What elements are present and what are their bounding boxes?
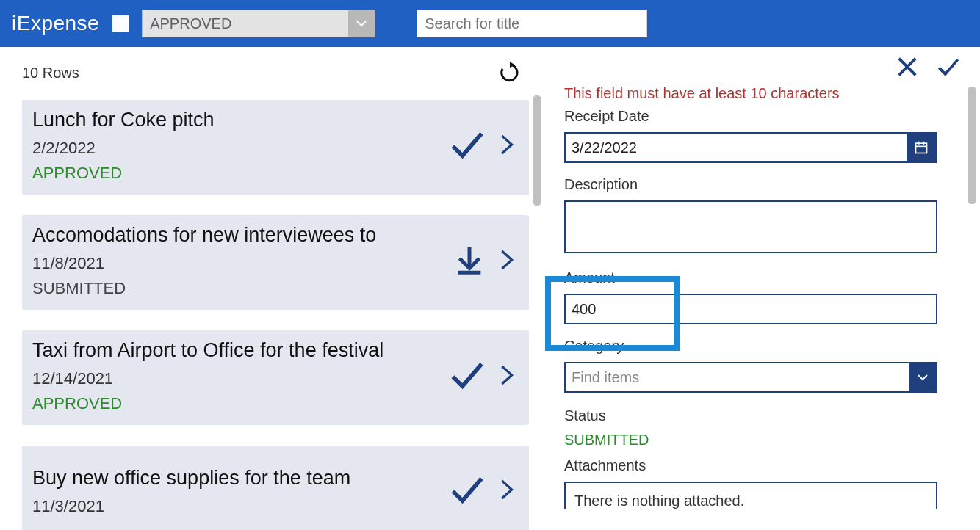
chevron-right-icon: [495, 357, 519, 393]
receipt-date-input[interactable]: 3/22/2022: [564, 132, 937, 163]
list-item-status: APPROVED: [32, 164, 215, 183]
chevron-down-icon: [355, 17, 368, 30]
list-item-date: 2/2/2022: [32, 139, 215, 158]
list-item-status: APPROVED: [32, 394, 383, 413]
label-receipt-date: Receipt Date: [564, 108, 961, 125]
list-item-actions: [453, 242, 519, 280]
approve-action-button[interactable]: [448, 356, 486, 397]
list-item-title: Accomodations for new interviewees to: [32, 224, 376, 247]
chevron-right-icon: [495, 242, 519, 277]
amount-input[interactable]: 400: [564, 294, 937, 324]
svg-rect-1: [916, 143, 927, 153]
close-icon: [895, 54, 920, 79]
list-item-title: Buy new office supplies for the team: [32, 467, 350, 490]
label-description: Description: [564, 176, 961, 193]
list-item-date: 11/8/2021: [32, 254, 376, 273]
check-icon: [936, 54, 961, 79]
refresh-button[interactable]: [497, 59, 523, 86]
filter-checkbox[interactable]: [112, 15, 129, 32]
label-status: Status: [564, 407, 961, 424]
list-item[interactable]: Lunch for Coke pitch2/2/2022APPROVED: [22, 100, 529, 195]
category-placeholder: Find items: [566, 369, 909, 386]
list-item-date: 11/3/2021: [32, 497, 350, 516]
app-name: iExpense: [12, 12, 99, 35]
status-filter-value: APPROVED: [150, 15, 231, 32]
top-bar: iExpense APPROVED: [0, 0, 980, 47]
attachments-text: There is nothing attached.: [574, 493, 744, 509]
check-icon: [448, 356, 486, 394]
list-item-title: Taxi from Airport to Office for the fest…: [32, 339, 383, 362]
chevron-right-icon: [495, 127, 519, 162]
status-value: SUBMITTED: [564, 432, 961, 449]
confirm-button[interactable]: [936, 54, 961, 82]
list-item[interactable]: Accomodations for new interviewees to11/…: [22, 215, 529, 310]
detail-scrollbar-thumb[interactable]: [968, 87, 976, 204]
submit-action-button[interactable]: [453, 243, 486, 280]
list-item-date: 12/14/2021: [32, 369, 383, 388]
content-split: 10 Rows Lunch for Coke pitch2/2/2022APPR…: [0, 47, 980, 530]
chevron-right-icon: [495, 472, 519, 507]
close-button[interactable]: [895, 54, 920, 82]
amount-value: 400: [572, 301, 596, 318]
approve-action-button[interactable]: [448, 126, 486, 167]
chevron-down-icon: [916, 371, 929, 384]
list-item-actions: [448, 126, 519, 167]
description-input[interactable]: [564, 200, 937, 253]
calendar-icon: [914, 140, 929, 155]
list-item-actions: [448, 471, 519, 512]
status-filter-select[interactable]: APPROVED: [142, 10, 375, 37]
download-icon: [453, 243, 486, 277]
attachments-box[interactable]: There is nothing attached.: [564, 482, 937, 509]
list-item-title: Lunch for Coke pitch: [32, 109, 215, 131]
check-icon: [448, 126, 486, 164]
filter-checkbox-wrap[interactable]: [112, 15, 129, 32]
refresh-icon: [498, 61, 522, 84]
list-item-actions: [448, 356, 519, 397]
category-select[interactable]: Find items: [564, 362, 937, 393]
status-filter-dropdown-button[interactable]: [348, 10, 375, 37]
receipt-date-value: 3/22/2022: [566, 139, 907, 156]
search-input[interactable]: [417, 10, 647, 37]
validation-error-message: This field must have at least 10 charact…: [564, 85, 961, 102]
open-item-button[interactable]: [495, 127, 519, 165]
open-item-button[interactable]: [495, 357, 519, 396]
check-icon: [448, 471, 486, 509]
open-item-button[interactable]: [495, 472, 519, 510]
approve-action-button[interactable]: [448, 471, 486, 512]
label-attachments: Attachments: [564, 457, 961, 474]
list-header: 10 Rows: [0, 47, 545, 92]
detail-header: [564, 47, 961, 90]
open-item-button[interactable]: [495, 242, 519, 280]
list-item[interactable]: Buy new office supplies for the team11/3…: [22, 446, 529, 530]
list-scrollbar-thumb[interactable]: [533, 95, 541, 206]
calendar-button[interactable]: [907, 134, 936, 161]
expense-detail-panel: This field must have at least 10 charact…: [545, 47, 980, 530]
list-item-status: SUBMITTED: [32, 279, 376, 298]
label-amount: Amount: [564, 269, 961, 286]
list-item[interactable]: Taxi from Airport to Office for the fest…: [22, 330, 529, 425]
label-category: Category: [564, 338, 961, 355]
category-dropdown-button[interactable]: [909, 363, 936, 391]
expense-list-panel: 10 Rows Lunch for Coke pitch2/2/2022APPR…: [0, 47, 545, 530]
list-scroll: Lunch for Coke pitch2/2/2022APPROVEDAcco…: [0, 92, 545, 530]
row-count-label: 10 Rows: [22, 65, 79, 81]
